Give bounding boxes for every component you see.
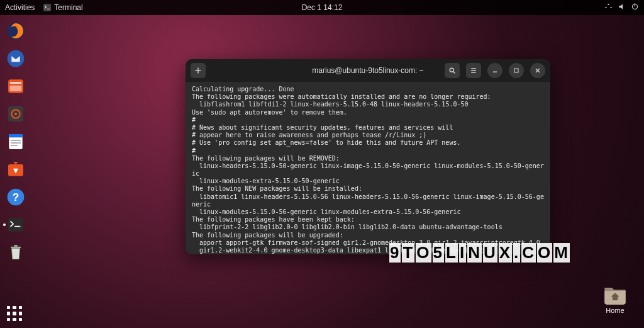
terminal-small-icon <box>43 4 51 11</box>
dock-software[interactable] <box>4 157 28 181</box>
dock-thunderbird[interactable] <box>4 47 28 71</box>
terminal-line: Use 'sudo apt autoremove' to remove them… <box>192 109 544 116</box>
app-menu[interactable]: Terminal <box>43 3 82 12</box>
desktop-home-label: Home <box>602 307 628 314</box>
svg-rect-12 <box>9 134 22 137</box>
clock[interactable]: Dec 1 14:12 <box>302 3 343 12</box>
terminal-line: The following packages have been kept ba… <box>192 216 544 223</box>
terminal-output[interactable]: Calculating upgrade... DoneThe following… <box>186 82 550 254</box>
terminal-line: libatomic1 linux-headers-5.15.0-56 linux… <box>192 193 544 208</box>
app-menu-label: Terminal <box>54 3 82 12</box>
svg-rect-21 <box>14 245 17 247</box>
svg-point-4 <box>8 50 25 67</box>
terminal-line: The following packages were automaticall… <box>192 93 544 101</box>
svg-line-23 <box>453 72 455 74</box>
svg-rect-6 <box>10 82 22 84</box>
dock-firefox[interactable] <box>4 19 28 43</box>
dock-writer[interactable] <box>4 130 28 154</box>
svg-point-22 <box>450 68 453 72</box>
svg-rect-13 <box>11 140 21 140</box>
svg-rect-15 <box>11 145 18 145</box>
desktop-home-folder[interactable]: Home <box>602 283 628 314</box>
terminal-titlebar[interactable]: marius@ubuntu-9to5linux-com: ~ <box>186 59 550 82</box>
svg-text:?: ? <box>13 191 19 203</box>
close-button[interactable] <box>530 63 545 78</box>
top-bar: Activities Terminal Dec 1 14:12 <box>0 0 644 15</box>
search-icon <box>448 67 456 74</box>
dock-files[interactable] <box>4 74 28 98</box>
maximize-icon <box>513 67 520 74</box>
activities-button[interactable]: Activities <box>5 3 35 12</box>
terminal-line: libfprint-2-2 libglib2.0-0 libglib2.0-bi… <box>192 223 544 231</box>
volume-icon[interactable] <box>618 3 626 13</box>
svg-rect-19 <box>8 218 23 231</box>
terminal-line: # <box>192 147 544 155</box>
minimize-icon <box>491 67 499 74</box>
terminal-line: The following NEW packages will be insta… <box>192 185 544 193</box>
new-tab-button[interactable] <box>191 63 206 78</box>
terminal-line: # appear here to raise awareness and per… <box>192 132 544 139</box>
svg-point-10 <box>14 113 17 115</box>
terminal-line: Calculating upgrade... Done <box>192 86 544 93</box>
terminal-line: libflashrom1 libftdi1-2 linux-headers-5.… <box>192 101 544 108</box>
watermark: 9TO5LINUX.COM <box>389 243 570 263</box>
dock-terminal[interactable] <box>4 213 28 237</box>
dock: ? <box>1 16 30 327</box>
svg-rect-25 <box>514 69 518 72</box>
hamburger-icon <box>470 67 477 74</box>
power-icon[interactable] <box>631 3 639 13</box>
dock-trash[interactable] <box>4 240 28 264</box>
search-button[interactable] <box>445 63 460 78</box>
terminal-window: marius@ubuntu-9to5linux-com: ~ Calculati… <box>186 59 550 254</box>
close-icon <box>534 67 541 74</box>
terminal-line: # <box>192 116 544 124</box>
svg-rect-20 <box>11 247 21 249</box>
dock-help[interactable]: ? <box>4 185 28 209</box>
terminal-line: linux-modules-extra-5.15.0-50-generic <box>192 178 544 185</box>
minimize-button[interactable] <box>487 63 502 78</box>
show-applications[interactable] <box>4 303 25 324</box>
terminal-line: The following packages will be upgraded: <box>192 232 544 239</box>
folder-home-icon <box>602 283 628 305</box>
terminal-line: linux-modules-5.15.0-56-generic linux-mo… <box>192 208 544 216</box>
terminal-line: # News about significant security update… <box>192 124 544 132</box>
network-icon[interactable] <box>604 3 613 13</box>
terminal-line: The following packages will be REMOVED: <box>192 155 544 162</box>
menu-button[interactable] <box>466 63 481 78</box>
maximize-button[interactable] <box>509 63 524 78</box>
terminal-line: # Use 'pro config set apt_news=false' to… <box>192 139 544 147</box>
dock-rhythmbox[interactable] <box>4 102 28 126</box>
svg-rect-0 <box>43 4 51 11</box>
svg-rect-7 <box>10 86 22 91</box>
terminal-title: marius@ubuntu-9to5linux-com: ~ <box>312 66 423 75</box>
svg-rect-14 <box>11 142 21 143</box>
terminal-line: linux-headers-5.15.0-50-generic linux-im… <box>192 162 544 178</box>
